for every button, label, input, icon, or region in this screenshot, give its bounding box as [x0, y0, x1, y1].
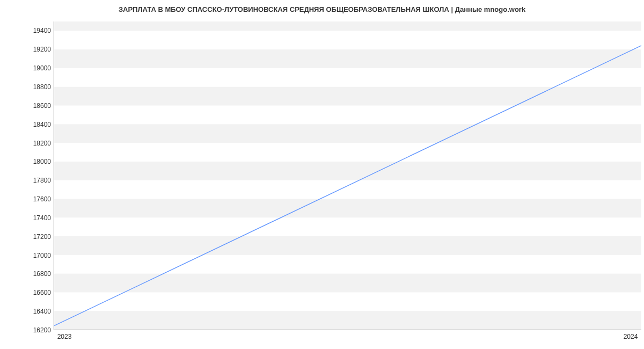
- y-tick-label: 18400: [19, 121, 51, 128]
- chart-title: ЗАРПЛАТА В МБОУ СПАССКО-ЛУТОВИНОВСКАЯ СР…: [0, 5, 644, 13]
- y-tick-label: 17000: [19, 252, 51, 259]
- y-tick-label: 16200: [19, 326, 51, 334]
- grid-band: [54, 49, 641, 68]
- grid-band: [54, 236, 641, 255]
- y-tick-label: 17400: [19, 214, 51, 222]
- y-tick-label: 17800: [19, 177, 51, 184]
- y-tick-label: 18200: [19, 140, 51, 147]
- plot-area: [54, 21, 641, 330]
- y-tick-label: 18600: [19, 102, 51, 110]
- x-tick-label: 2024: [624, 333, 638, 340]
- y-tick-label: 18800: [19, 83, 51, 91]
- y-tick-label: 16600: [19, 289, 51, 296]
- grid-band: [54, 162, 641, 180]
- grid-band: [54, 311, 641, 330]
- grid-band: [54, 124, 641, 143]
- y-tick-label: 19000: [19, 64, 51, 72]
- y-tick-label: 19200: [19, 46, 51, 53]
- grid-band: [54, 87, 641, 106]
- grid-band: [54, 21, 641, 31]
- y-tick-label: 19400: [19, 27, 51, 34]
- grid-band: [54, 199, 641, 217]
- grid-band: [54, 274, 641, 293]
- chart-svg: [54, 21, 641, 330]
- x-tick-label: 2023: [57, 333, 72, 340]
- y-tick-label: 17600: [19, 195, 51, 203]
- y-tick-label: 16400: [19, 308, 51, 315]
- y-tick-label: 17200: [19, 233, 51, 241]
- y-tick-label: 18000: [19, 158, 51, 165]
- y-tick-label: 16800: [19, 270, 51, 278]
